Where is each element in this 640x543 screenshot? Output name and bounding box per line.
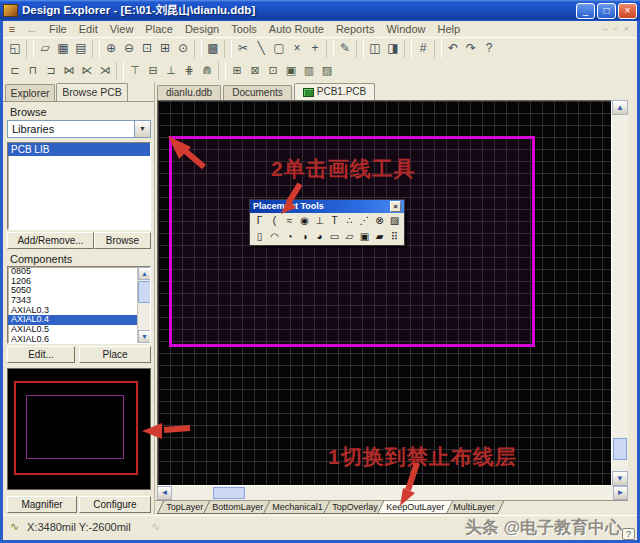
align-icon-space-vertical-equal[interactable]: ⋕ <box>180 62 198 80</box>
tool-place-arc-edge[interactable]: ( <box>267 214 282 228</box>
back-arrow-icon[interactable]: ← <box>21 23 43 35</box>
align-icon-arrange-outside-room[interactable]: ⊠ <box>246 62 264 80</box>
tool-place-string[interactable]: T <box>327 214 342 228</box>
toolbar-icon-zoom-document[interactable]: ⊞ <box>156 40 174 58</box>
maximize-button[interactable]: □ <box>597 3 616 19</box>
placement-tools-titlebar[interactable]: Placement Tools × <box>250 200 404 213</box>
toolbar-icon-save-document[interactable]: ▦ <box>54 40 72 58</box>
pcb-canvas[interactable]: 2单击画线工具 1切换到禁止布线层 Placement Tools × Γ(≈◉… <box>157 100 612 486</box>
menu-item-file[interactable]: File <box>43 23 73 35</box>
document-stack-icon[interactable]: ≡ <box>3 23 21 35</box>
tool-arc-by-center[interactable]: ◔ <box>282 230 297 244</box>
toolbar-icon-capture-image[interactable]: ▩ <box>204 40 222 58</box>
toolbar-icon-cut[interactable]: ✂ <box>234 40 252 58</box>
toolbar-icon-grid-toggle[interactable]: # <box>414 40 432 58</box>
tool-place-pad[interactable]: ◉ <box>297 214 312 228</box>
toolbar-icon-library-components[interactable]: ◫ <box>366 40 384 58</box>
layer-tab-mechanical1[interactable]: Mechanical1 <box>263 501 332 514</box>
toolbar-icon-zoom-pointer[interactable]: ⊙ <box>174 40 192 58</box>
tool-place-room[interactable]: ▯ <box>252 230 267 244</box>
toolbar-icon-zoom-out[interactable]: ⊖ <box>120 40 138 58</box>
tool-place-no-erc[interactable]: ⊗ <box>372 214 387 228</box>
menu-item-tools[interactable]: Tools <box>225 23 263 35</box>
toolbar-icon-zoom-in[interactable]: ⊕ <box>102 40 120 58</box>
dropdown-arrow-icon[interactable]: ▼ <box>134 121 150 137</box>
tool-paste-array[interactable]: ▣ <box>357 230 372 244</box>
libraries-dropdown[interactable]: Libraries ▼ <box>7 120 151 138</box>
horizontal-scroll-thumb[interactable] <box>213 487 245 499</box>
align-icon-group-selection[interactable]: ▣ <box>282 62 300 80</box>
align-icon-arrange-inside-room[interactable]: ⊞ <box>228 62 246 80</box>
scroll-up-icon[interactable]: ▲ <box>138 267 151 280</box>
menu-item-help[interactable]: Help <box>432 23 467 35</box>
align-icon-space-horizontal-grow[interactable]: ⋉ <box>78 62 96 80</box>
align-icon-space-horizontal-equal[interactable]: ⋈ <box>60 62 78 80</box>
tool-place-via[interactable]: ⊥ <box>312 214 327 228</box>
mdi-window-controls[interactable]: – ▫ × <box>603 24 637 34</box>
align-icon-align-middle[interactable]: ⊟ <box>144 62 162 80</box>
align-icon-lock-position[interactable]: ⊡ <box>264 62 282 80</box>
tab-documents[interactable]: Documents <box>223 85 292 100</box>
toolbar-icon-library-footprints[interactable]: ◨ <box>384 40 402 58</box>
menu-item-design[interactable]: Design <box>179 23 225 35</box>
tool-edit-arc-center[interactable]: ◠ <box>267 230 282 244</box>
align-icon-ungroup-selection[interactable]: ▥ <box>300 62 318 80</box>
component-axial0-6[interactable]: AXIAL0.6 <box>8 335 137 344</box>
components-scroll-thumb[interactable] <box>138 281 151 303</box>
tool-full-circle[interactable]: ◕ <box>312 230 327 244</box>
align-icon-align-bottom[interactable]: ⊥ <box>162 62 180 80</box>
tool-place-polygon-plane[interactable]: ▱ <box>342 230 357 244</box>
title-bar[interactable]: Design Explorer - [E:\01-刘昆山\dianlu.ddb]… <box>0 0 640 21</box>
help-bubble-icon[interactable]: ? <box>622 528 635 540</box>
align-icon-align-center-horizontal[interactable]: ⊓ <box>24 62 42 80</box>
scroll-down-icon[interactable]: ▼ <box>138 330 151 343</box>
scroll-up-icon[interactable]: ▲ <box>612 100 628 115</box>
tool-split-plane[interactable]: ▰ <box>372 230 387 244</box>
toolbar-icon-help[interactable]: ? <box>480 40 498 58</box>
tab-explorer[interactable]: Explorer <box>5 84 55 101</box>
menu-item-reports[interactable]: Reports <box>330 23 381 35</box>
menu-item-auto-route[interactable]: Auto Route <box>263 23 330 35</box>
menu-item-edit[interactable]: Edit <box>73 23 104 35</box>
layer-tab-keepoutlayer[interactable]: KeepOutLayer <box>377 501 453 514</box>
toolbar-icon-zoom-area[interactable]: ⊡ <box>138 40 156 58</box>
menu-item-view[interactable]: View <box>104 23 140 35</box>
scroll-down-icon[interactable]: ▼ <box>612 471 628 486</box>
add-remove-button[interactable]: Add/Remove... <box>7 232 94 249</box>
tool-place-dimension[interactable]: ⋰ <box>357 214 372 228</box>
vertical-scroll-thumb[interactable] <box>613 438 627 460</box>
tool-place-rectangle[interactable]: ▭ <box>327 230 342 244</box>
placement-tools-close-icon[interactable]: × <box>390 201 401 212</box>
align-icon-align-left[interactable]: ⊏ <box>6 62 24 80</box>
browse-button[interactable]: Browse <box>94 232 151 249</box>
toolbar-icon-redo[interactable]: ↷ <box>462 40 480 58</box>
align-icon-placement-array[interactable]: ▨ <box>318 62 336 80</box>
toolbar-icon-select-area[interactable]: ▢ <box>270 40 288 58</box>
place-button[interactable]: Place <box>79 346 151 363</box>
library-item-pcb-lib[interactable]: PCB LIB <box>8 143 150 156</box>
tab-pcb1-pcb[interactable]: PCB1.PCB <box>294 83 375 100</box>
tool-place-track[interactable]: Γ <box>252 214 267 228</box>
tool-arc-by-edge[interactable]: ◑ <box>297 230 312 244</box>
toolbar-icon-print[interactable]: ▤ <box>72 40 90 58</box>
configure-button[interactable]: Configure <box>79 496 151 513</box>
toolbar-icon-move[interactable]: + <box>306 40 324 58</box>
align-icon-space-horizontal-shrink[interactable]: ⋊ <box>96 62 114 80</box>
toolbar-icon-explorer-toggle[interactable]: ◱ <box>6 40 24 58</box>
placement-tools-window[interactable]: Placement Tools × Γ(≈◉⊥T∴⋰⊗▨ ▯◠◔◑◕▭▱▣▰⠿ <box>249 199 405 246</box>
align-icon-align-right[interactable]: ⊐ <box>42 62 60 80</box>
tab-browse-pcb[interactable]: Browse PCB <box>56 83 128 101</box>
tool-interactive-routing[interactable]: ≈ <box>282 214 297 228</box>
align-icon-align-top[interactable]: ⊤ <box>126 62 144 80</box>
toolbar-icon-deselect[interactable]: × <box>288 40 306 58</box>
magnifier-button[interactable]: Magnifier <box>7 496 77 513</box>
close-button[interactable]: × <box>618 3 637 19</box>
footprint-preview[interactable] <box>7 368 151 490</box>
tab-dianlu-ddb[interactable]: dianlu.ddb <box>157 85 221 100</box>
toolbar-icon-undo[interactable]: ↶ <box>444 40 462 58</box>
toolbar-icon-open-document[interactable]: ▱ <box>36 40 54 58</box>
edit-button[interactable]: Edit... <box>7 346 75 363</box>
menu-item-place[interactable]: Place <box>139 23 179 35</box>
tool-place-coordinate[interactable]: ∴ <box>342 214 357 228</box>
scroll-right-icon[interactable]: ► <box>613 486 628 500</box>
